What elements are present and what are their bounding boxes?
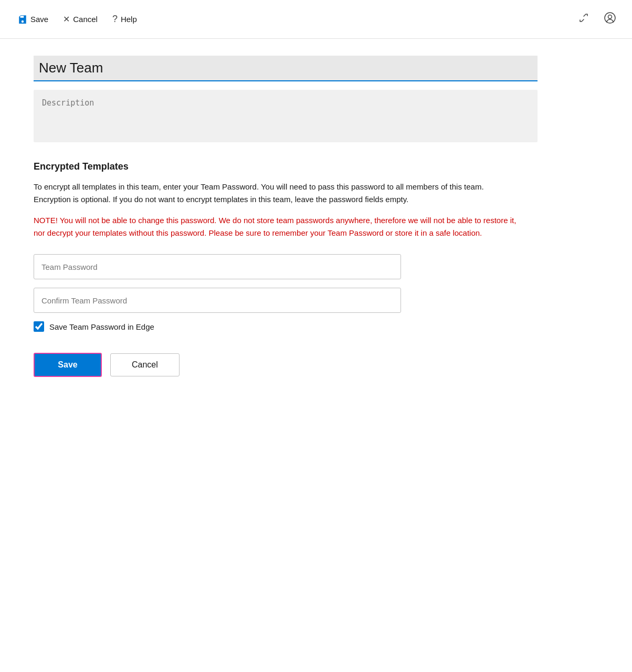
cancel-toolbar-button[interactable]: ✕ Cancel — [58, 11, 103, 27]
svg-point-0 — [605, 13, 615, 23]
save-toolbar-label: Save — [30, 15, 48, 24]
cancel-toolbar-label: Cancel — [73, 15, 98, 24]
help-icon: ? — [112, 14, 118, 25]
cancel-button[interactable]: Cancel — [110, 353, 180, 376]
user-icon — [604, 12, 616, 24]
main-content: Encrypted Templates To encrypt all templ… — [0, 39, 556, 411]
user-account-button[interactable] — [601, 8, 619, 30]
confirm-team-password-input[interactable] — [34, 288, 401, 313]
save-password-checkbox-row: Save Team Password in Edge — [34, 321, 523, 332]
save-password-label: Save Team Password in Edge — [49, 322, 154, 331]
team-password-input[interactable] — [34, 254, 401, 279]
team-name-input[interactable] — [34, 56, 538, 81]
help-toolbar-label: Help — [121, 15, 137, 24]
svg-point-1 — [608, 15, 612, 19]
save-password-checkbox[interactable] — [34, 321, 44, 332]
help-toolbar-button[interactable]: ? Help — [107, 10, 142, 28]
section-title: Encrypted Templates — [34, 161, 523, 172]
toolbar-right — [575, 8, 619, 30]
save-button[interactable]: Save — [34, 353, 102, 377]
warning-text: NOTE! You will not be able to change thi… — [34, 214, 523, 239]
cancel-icon: ✕ — [63, 14, 70, 24]
toolbar: Save ✕ Cancel ? Help — [0, 0, 632, 39]
save-toolbar-button[interactable]: Save — [13, 12, 54, 27]
expand-button[interactable] — [575, 9, 592, 29]
description-input[interactable] — [34, 90, 538, 142]
expand-icon — [578, 13, 589, 23]
section-description: To encrypt all templates in this team, e… — [34, 181, 523, 206]
save-icon — [18, 15, 27, 24]
button-row: Save Cancel — [34, 353, 523, 377]
